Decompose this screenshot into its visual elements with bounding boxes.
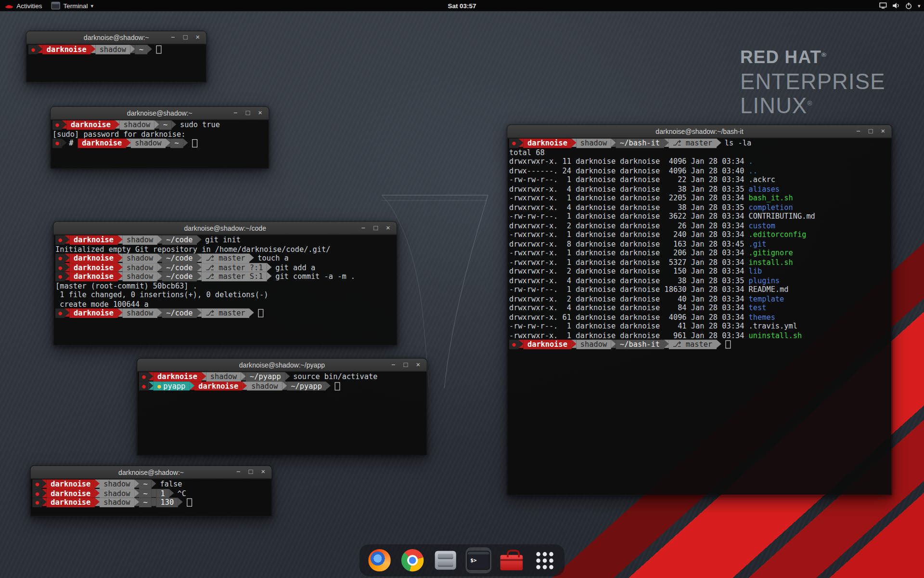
powerline-separator: [172, 120, 177, 129]
maximize-button[interactable]: □: [866, 125, 876, 138]
segment-hat: ●: [55, 254, 65, 263]
powerline-separator: [118, 263, 123, 271]
app-menu-terminal[interactable]: Terminal ▾: [51, 0, 93, 11]
maximize-button[interactable]: □: [246, 466, 256, 478]
minimize-button[interactable]: −: [388, 358, 398, 371]
terminal-line: drwx------. 24 darknoise darknoise 4096 …: [509, 166, 890, 175]
files-icon: [435, 551, 456, 570]
brand-line-linux: LINUX®: [740, 95, 886, 117]
terminal-cursor: [187, 499, 192, 507]
segment-cmd: touch a: [257, 254, 289, 263]
dock-item-toolbox[interactable]: [499, 547, 525, 573]
terminal-line: ●darknoiseshadow~/pyappsource bin/activa…: [139, 372, 425, 381]
close-button[interactable]: ×: [258, 466, 268, 478]
segment-user: darknoise: [42, 45, 90, 54]
powerline-separator: [118, 272, 123, 280]
powerline-separator: [65, 272, 70, 280]
top-bar: Activities Terminal ▾ Sat 03:57 ▾: [0, 0, 924, 11]
segment-exec: .editorconfig: [749, 230, 807, 239]
minimize-button[interactable]: −: [168, 31, 178, 44]
minimize-button[interactable]: −: [358, 222, 368, 234]
segment-plain: Initialized empty Git repository in /hom…: [55, 245, 330, 254]
terminal-output[interactable]: ●darknoiseshadow~: [26, 44, 206, 82]
terminal-line: drwxrwxr-x. 61 darknoise darknoise 4096 …: [509, 312, 890, 321]
terminal-window-code: darknoise@shadow:~/code − □ × ●darknoise…: [53, 221, 397, 345]
title-bar[interactable]: darknoise@shadow:~ − □ ×: [51, 107, 269, 120]
dock-item-terminal[interactable]: $>: [465, 547, 491, 573]
segment-plain: [master (root-commit) 50bcb63] .: [55, 281, 197, 290]
segment-dir: aliases: [749, 184, 780, 194]
powerline-separator: [130, 45, 135, 53]
dock-item-files[interactable]: [433, 547, 459, 573]
terminal-window-home-1: darknoise@shadow:~ − □ × ●darknoiseshado…: [26, 31, 207, 83]
segment-path: ~: [159, 120, 172, 130]
segment-plain: drwxrwxr-x. 2 darknoise darknoise 150 Ja…: [509, 266, 749, 276]
maximize-button[interactable]: □: [180, 31, 191, 44]
title-bar[interactable]: darknoise@shadow:~/bash-it − □ ×: [507, 125, 891, 138]
window-title: darknoise@shadow:~/bash-it: [655, 128, 743, 135]
segment-user: darknoise: [523, 139, 571, 148]
title-bar[interactable]: darknoise@shadow:~/code − □ ×: [53, 222, 397, 235]
terminal-output[interactable]: ●darknoiseshadow~/pyappsource bin/activa…: [137, 371, 426, 455]
powerline-separator: [152, 480, 156, 488]
terminal-output[interactable]: ●darknoiseshadow~/bash-it⎇ masterls -lat…: [507, 138, 891, 495]
powerline-separator: [243, 381, 247, 390]
title-bar[interactable]: darknoise@shadow:~ − □ ×: [26, 31, 206, 44]
dock-item-chrome[interactable]: [399, 547, 425, 573]
terminal-line: -rw-rw-r--. 1 darknoise darknoise 41 Jan…: [509, 321, 890, 330]
powerline-separator: [197, 308, 202, 316]
terminal-output[interactable]: ●darknoiseshadow~sudo true[sudo] passwor…: [51, 120, 269, 168]
segment-git: ⎇ master S:1: [202, 272, 267, 281]
close-button[interactable]: ×: [413, 358, 423, 371]
maximize-button[interactable]: □: [371, 222, 381, 234]
powerline-separator: [42, 498, 47, 506]
segment-path: ~/bash-it: [616, 139, 664, 148]
dock: $>: [359, 544, 565, 576]
segment-cmd: git add a: [275, 263, 315, 272]
minimize-button[interactable]: −: [853, 125, 863, 138]
maximize-button[interactable]: □: [401, 358, 411, 371]
segment-host: shadow: [122, 308, 157, 317]
close-button[interactable]: ×: [878, 125, 888, 138]
segment-dir: .git: [749, 239, 767, 249]
terminal-line: total 68: [509, 148, 890, 157]
terminal-output[interactable]: ●darknoiseshadow~false●darknoiseshadow~1…: [31, 479, 272, 516]
terminal-line: ●darknoiseshadow~/code⎇ master: [55, 308, 395, 317]
close-button[interactable]: ×: [255, 107, 265, 119]
title-bar[interactable]: darknoise@shadow:~ − □ ×: [31, 466, 272, 479]
window-title: darknoise@shadow:~/code: [184, 224, 266, 232]
powerline-separator: [38, 45, 42, 53]
terminal-cursor: [725, 341, 731, 349]
minimize-button[interactable]: −: [231, 107, 241, 119]
close-button[interactable]: ×: [383, 222, 393, 234]
segment-path: ~/code: [162, 308, 197, 317]
minimize-button[interactable]: −: [233, 466, 244, 478]
powerline-separator: [134, 498, 139, 506]
segment-user: darknoise: [66, 120, 115, 130]
segment-plain: -rwxrwxr-x. 1 darknoise darknoise 206 Ja…: [509, 249, 749, 258]
powerline-separator: [152, 488, 156, 497]
maximize-button[interactable]: □: [243, 107, 253, 119]
dock-item-firefox[interactable]: [367, 547, 393, 573]
terminal-window-home-2: darknoise@shadow:~ − □ × ●darknoiseshado…: [30, 465, 272, 517]
segment-plain: drwxrwxr-x. 2 darknoise darknoise 26 Jan…: [509, 221, 749, 230]
terminal-output[interactable]: ●darknoiseshadow~/codegit initInitialize…: [53, 235, 397, 345]
powerline-separator: [664, 139, 669, 147]
segment-hat: ●: [509, 340, 519, 349]
segment-host: shadow: [576, 340, 611, 349]
title-bar[interactable]: darknoise@shadow:~/pyapp − □ ×: [137, 358, 426, 371]
close-button[interactable]: ×: [192, 31, 203, 44]
segment-exit: 130: [156, 498, 178, 507]
powerline-separator: [519, 340, 524, 348]
clock[interactable]: Sat 03:57: [448, 2, 476, 9]
segment-path: ~/code: [162, 263, 197, 272]
terminal-line: -rwxrwxr-x. 1 darknoise darknoise 5327 J…: [509, 257, 890, 266]
rhel-wordmark: RED HAT® ENTERPRISE LINUX®: [740, 48, 886, 117]
activities-button[interactable]: Activities: [5, 0, 42, 11]
powerline-separator: [95, 498, 100, 506]
segment-cmd: source bin/activate: [293, 372, 377, 381]
powerline-separator: [282, 381, 287, 390]
powerline-separator: [115, 120, 119, 129]
dock-item-show-apps[interactable]: [531, 547, 557, 573]
system-status-area[interactable]: ▾: [880, 0, 921, 11]
